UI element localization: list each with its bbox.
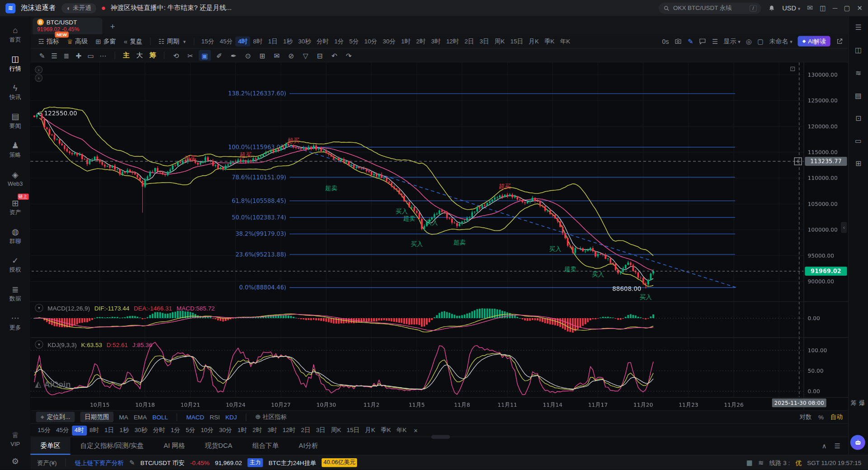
- timeframe-button[interactable]: 3日: [313, 425, 328, 435]
- ai-assistant-robot-icon[interactable]: [850, 435, 865, 450]
- market-search-input[interactable]: OKX BTC/USDT 永续 /: [659, 3, 761, 14]
- filter-tool-icon[interactable]: ▽: [299, 50, 311, 61]
- date-range-button[interactable]: 日期范围: [80, 412, 113, 422]
- chart-snapshot-icon[interactable]: ⊡: [790, 65, 795, 72]
- timeframe-button[interactable]: 30分: [380, 36, 398, 46]
- fib-tool-icon[interactable]: ≣: [60, 50, 72, 61]
- ema-toggle[interactable]: EMA: [134, 414, 147, 420]
- status-pair[interactable]: BTC/USDT 币安: [140, 458, 184, 466]
- timeframe-button[interactable]: 5分: [346, 36, 361, 46]
- settings-gear-icon[interactable]: ⚙: [11, 457, 19, 465]
- sidebar-item-data[interactable]: ≣ 数据: [2, 281, 28, 306]
- timeframe-button[interactable]: 4时: [72, 425, 87, 435]
- panel-menu-icon[interactable]: ☰: [835, 443, 840, 450]
- note-tool-icon[interactable]: ✉: [271, 50, 283, 61]
- panel-layout-icon[interactable]: ◫: [820, 4, 826, 12]
- assets-label[interactable]: 资产(¥): [37, 458, 57, 466]
- timeframe-button[interactable]: 30秒: [132, 425, 150, 435]
- timeframe-button[interactable]: 8时: [87, 425, 102, 435]
- macd-title[interactable]: MACD(12,26,9): [47, 305, 90, 311]
- depth-panel-icon[interactable]: ≋: [855, 69, 861, 77]
- boll-toggle[interactable]: BOLL: [152, 414, 168, 420]
- sidebar-item-vip[interactable]: ♕ VIP: [2, 428, 28, 450]
- app-logo-icon[interactable]: ≋: [5, 3, 15, 13]
- timeframe-button[interactable]: 1时: [398, 36, 413, 46]
- timeframe-button[interactable]: 季K: [542, 36, 557, 46]
- tab-ai-analysis[interactable]: AI分析: [289, 437, 328, 455]
- panel-expand-button[interactable]: ›: [35, 74, 42, 82]
- collapse-chevron-icon[interactable]: ▾: [35, 340, 43, 348]
- timeframe-button[interactable]: 15日: [344, 425, 363, 435]
- cut-tool-icon[interactable]: ✂: [184, 50, 197, 61]
- timeframe-button[interactable]: 8时: [250, 36, 265, 46]
- timeframe-button[interactable]: 季K: [378, 425, 394, 435]
- trend-line-tool-icon[interactable]: ☰: [48, 50, 61, 61]
- chain-analysis-link[interactable]: 链上链下资产分析: [75, 458, 124, 466]
- timeframe-button[interactable]: 12时: [443, 36, 462, 46]
- panel-expand-button[interactable]: ›: [35, 66, 42, 74]
- large-view-toggle[interactable]: 大: [134, 51, 145, 60]
- timeframe-button[interactable]: 15日: [508, 36, 526, 46]
- mail-icon[interactable]: ✉: [807, 5, 813, 12]
- rect-tool-icon[interactable]: ▭: [85, 50, 97, 61]
- timeframe-button[interactable]: 2时: [250, 425, 264, 435]
- collapse-chevron-icon[interactable]: ▾: [35, 304, 43, 312]
- timeframe-button[interactable]: 1日: [265, 36, 280, 46]
- timeframe-button[interactable]: 1时: [235, 425, 250, 435]
- more-tools-icon[interactable]: ⋯: [97, 50, 109, 61]
- rsi-toggle[interactable]: RSI: [210, 414, 220, 420]
- timeframe-button[interactable]: 2日: [298, 425, 313, 435]
- sidebar-item-web3[interactable]: ◈ Web3: [2, 166, 28, 191]
- camera-icon[interactable]: [675, 38, 682, 45]
- apps-panel-icon[interactable]: ⊞: [855, 160, 861, 168]
- timeframe-button[interactable]: 1秒: [280, 36, 295, 46]
- not-activated-tab[interactable]: ◖ 未开通: [61, 3, 96, 13]
- timeframe-button[interactable]: 10分: [362, 36, 380, 46]
- ma-toggle[interactable]: MA: [119, 414, 128, 420]
- community-indicators-button[interactable]: ⊕ 社区指标: [255, 413, 287, 421]
- tab-spot-dca[interactable]: 现货DCA: [195, 437, 242, 455]
- timeframe-button[interactable]: 分时: [314, 36, 331, 46]
- hide-drawings-icon[interactable]: ⊘: [285, 50, 297, 61]
- symbol-tab-btcusdt[interactable]: B BTC/USDT 91969.02 -0.45% NEW: [33, 18, 102, 34]
- cross-line-tool-icon[interactable]: ✚: [72, 50, 85, 61]
- timeframe-button[interactable]: 周K: [492, 36, 508, 46]
- kdj-toggle[interactable]: KDJ: [226, 414, 237, 420]
- timeframe-button[interactable]: 分时: [150, 425, 168, 435]
- draw-pencil-icon[interactable]: ✎: [36, 50, 48, 61]
- hide-drawings-icon[interactable]: ◎: [746, 38, 752, 45]
- main-chart-toggle[interactable]: 主: [121, 51, 132, 60]
- timeframe-button[interactable]: 周K: [328, 425, 344, 435]
- tab-combo-order[interactable]: 组合下单: [242, 437, 289, 455]
- add-tab-button[interactable]: +: [110, 22, 115, 31]
- macd-toggle[interactable]: MACD: [186, 414, 204, 420]
- timeframe-button[interactable]: 2时: [413, 36, 428, 46]
- tab-ai-grid[interactable]: AI 网格: [154, 437, 195, 455]
- tab-order-zone[interactable]: 委单区: [30, 437, 70, 455]
- period-dropdown[interactable]: ☷周期▾: [155, 36, 189, 47]
- refresh-tool-icon[interactable]: ⟲: [170, 50, 182, 61]
- annotate-tool-icon[interactable]: ✐: [213, 50, 225, 61]
- timeframe-button[interactable]: 10分: [198, 425, 217, 435]
- select-box-tool-icon[interactable]: ▣: [199, 50, 211, 61]
- minimize-button[interactable]: ─: [833, 4, 837, 12]
- timeframe-button[interactable]: 15分: [35, 425, 53, 435]
- timeframe-button[interactable]: 年K: [394, 425, 410, 435]
- timeframe-button[interactable]: 1分: [168, 425, 183, 435]
- timeframe-button[interactable]: 3时: [429, 36, 443, 46]
- ai-analysis-button[interactable]: ◆AI解读: [798, 36, 830, 47]
- grid-tool-icon[interactable]: ⊞: [256, 50, 269, 61]
- candlestick-chart-canvas[interactable]: [30, 62, 848, 410]
- timeframe-button[interactable]: 1分: [331, 36, 346, 46]
- delete-drawings-icon[interactable]: ⊟: [314, 50, 326, 61]
- orderbook-panel-icon[interactable]: ⊡: [855, 114, 861, 122]
- timeframe-button[interactable]: 15分: [198, 36, 217, 46]
- point-tool-icon[interactable]: ⊙: [242, 50, 254, 61]
- timeframe-button[interactable]: 45分: [217, 36, 236, 46]
- timeframe-button[interactable]: 3时: [265, 425, 280, 435]
- monitor-icon[interactable]: ▦: [746, 459, 753, 466]
- edit-pencil-icon[interactable]: ✎: [129, 459, 135, 466]
- chip-burst-labels[interactable]: 筹 爆: [848, 400, 868, 407]
- timeframe-button[interactable]: 3日: [477, 36, 492, 46]
- timeframe-button[interactable]: 45分: [53, 425, 72, 435]
